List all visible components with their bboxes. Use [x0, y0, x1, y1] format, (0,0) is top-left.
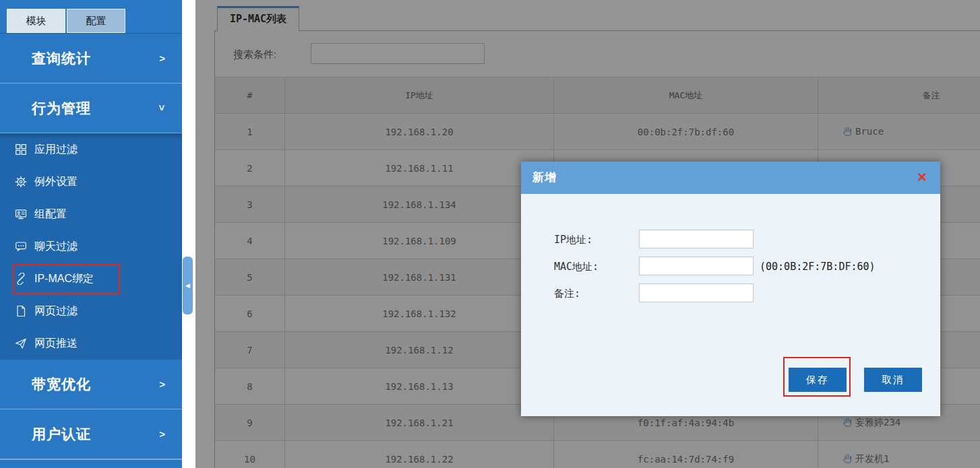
- add-dialog: 新增 × IP地址: MAC地址: (00:0B:2F:7B:DF:60) 备注…: [521, 162, 940, 416]
- sidebar-item-web-filter[interactable]: 网页过滤: [0, 295, 182, 327]
- note-input[interactable]: [639, 283, 754, 302]
- mac-field-label: MAC地址:: [554, 257, 634, 277]
- dialog-title: 新增: [521, 162, 940, 194]
- sidebar-item-group-config[interactable]: 组配置: [0, 198, 182, 230]
- save-button[interactable]: 保存: [789, 368, 847, 392]
- sidebar-item-label: 用户认证: [32, 425, 91, 444]
- link-icon: [15, 273, 27, 285]
- mac-input[interactable]: [639, 257, 754, 275]
- sidebar-item-bandwidth[interactable]: 带宽优化 >: [0, 360, 182, 409]
- chat-icon: [15, 240, 27, 253]
- mac-format-hint: (00:0B:2F:7B:DF:60): [760, 257, 876, 277]
- sidebar-item-ip-mac-binding[interactable]: IP-MAC绑定: [0, 263, 182, 295]
- ip-input[interactable]: [639, 230, 754, 248]
- sidebar-item-behavior-mgmt[interactable]: 行为管理 >: [0, 83, 182, 133]
- group-card-icon: [15, 208, 27, 220]
- tab-module[interactable]: 模块: [7, 9, 65, 33]
- cancel-button[interactable]: 取消: [864, 368, 922, 392]
- note-field-label: 备注:: [554, 283, 634, 304]
- ip-field-row: IP地址:: [554, 230, 634, 250]
- sidebar-item-label: 带宽优化: [32, 375, 91, 394]
- note-field-row: 备注:: [554, 283, 634, 304]
- ip-field-label: IP地址:: [554, 230, 634, 250]
- sidebar-item-label: 组配置: [34, 207, 67, 222]
- sidebar: 模块 配置 查询统计 > 行为管理 > 应用过滤 例外设置 组配置 聊天过滤 I…: [0, 0, 182, 468]
- sidebar-item-label: 应用过滤: [34, 143, 78, 157]
- collapse-arrow-icon: ◀: [185, 282, 190, 289]
- sidebar-item-app-filter[interactable]: 应用过滤: [0, 133, 182, 166]
- tab-config[interactable]: 配置: [67, 9, 125, 33]
- sidebar-item-query-stats[interactable]: 查询统计 >: [0, 34, 182, 83]
- chevron-right-icon: >: [159, 53, 166, 64]
- sidebar-tab-bar: 模块 配置: [0, 0, 182, 34]
- sidebar-item-user-auth[interactable]: 用户认证 >: [0, 409, 182, 459]
- send-icon: [15, 337, 27, 349]
- mac-field-row: MAC地址: (00:0B:2F:7B:DF:60): [554, 257, 634, 277]
- sidebar-item-label: 查询统计: [32, 49, 91, 68]
- sidebar-item-label: 聊天过滤: [34, 240, 78, 254]
- sidebar-item-label: 网页过滤: [34, 304, 78, 319]
- sidebar-item-chat-filter[interactable]: 聊天过滤: [0, 230, 182, 263]
- sidebar-item-label: 行为管理: [32, 99, 91, 118]
- close-icon[interactable]: ×: [913, 167, 931, 187]
- chevron-down-icon: >: [157, 105, 169, 112]
- chevron-right-icon: >: [159, 428, 166, 440]
- sidebar-item-label: IP-MAC绑定: [34, 272, 94, 286]
- sidebar-item-label: 网页推送: [34, 337, 78, 351]
- grid-icon: [15, 143, 27, 156]
- sidebar-item-label: 例外设置: [34, 175, 78, 189]
- sidebar-next-item-partial: [0, 459, 182, 468]
- page-icon: [15, 305, 27, 317]
- sidebar-collapse-handle[interactable]: ◀: [183, 257, 193, 314]
- sidebar-item-web-push[interactable]: 网页推送: [0, 327, 182, 360]
- gear-icon: [15, 176, 27, 188]
- behavior-submenu: 应用过滤 例外设置 组配置 聊天过滤 IP-MAC绑定 网页过滤 网页推送: [0, 133, 182, 360]
- chevron-right-icon: >: [159, 378, 166, 390]
- sidebar-item-exceptions[interactable]: 例外设置: [0, 166, 182, 198]
